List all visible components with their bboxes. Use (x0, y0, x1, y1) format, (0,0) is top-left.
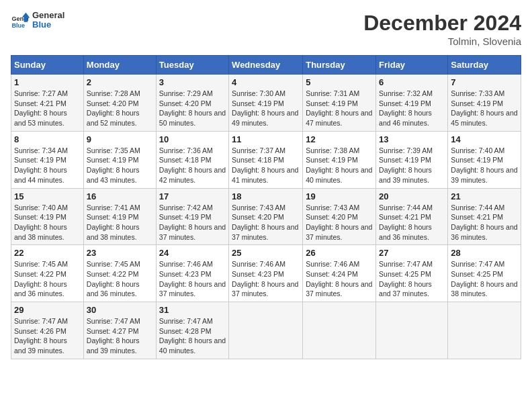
day-detail: Sunrise: 7:27 AM Sunset: 4:21 PM Dayligh… (14, 89, 81, 128)
calendar-cell: 25Sunrise: 7:46 AM Sunset: 4:23 PM Dayli… (229, 245, 303, 302)
day-detail: Sunrise: 7:29 AM Sunset: 4:20 PM Dayligh… (159, 89, 226, 128)
day-detail: Sunrise: 7:47 AM Sunset: 4:25 PM Dayligh… (451, 259, 518, 299)
calendar-cell: 2Sunrise: 7:28 AM Sunset: 4:20 PM Daylig… (83, 75, 156, 132)
calendar-cell: 16Sunrise: 7:41 AM Sunset: 4:19 PM Dayli… (83, 188, 156, 245)
day-number: 10 (159, 134, 226, 144)
day-detail: Sunrise: 7:33 AM Sunset: 4:19 PM Dayligh… (451, 89, 518, 128)
day-number: 24 (159, 248, 226, 258)
svg-text:Blue: Blue (11, 22, 25, 29)
day-detail: Sunrise: 7:28 AM Sunset: 4:20 PM Dayligh… (87, 89, 153, 128)
day-number: 28 (451, 248, 518, 258)
calendar-cell: 5Sunrise: 7:31 AM Sunset: 4:19 PM Daylig… (303, 75, 376, 132)
calendar-cell (376, 302, 448, 359)
day-number: 22 (14, 248, 81, 258)
calendar-week-1: 1Sunrise: 7:27 AM Sunset: 4:21 PM Daylig… (11, 75, 521, 132)
calendar-cell: 7Sunrise: 7:33 AM Sunset: 4:19 PM Daylig… (448, 75, 521, 132)
day-detail: Sunrise: 7:45 AM Sunset: 4:22 PM Dayligh… (87, 259, 153, 299)
day-number: 14 (451, 134, 518, 144)
day-number: 31 (159, 305, 226, 315)
calendar-cell: 9Sunrise: 7:35 AM Sunset: 4:19 PM Daylig… (83, 131, 156, 188)
day-number: 7 (451, 77, 518, 87)
day-number: 5 (306, 77, 373, 87)
logo-text-blue: Blue (32, 20, 64, 30)
weekday-header-saturday: Saturday (448, 56, 521, 75)
month-title: December 2024 (363, 11, 521, 36)
calendar-week-2: 8Sunrise: 7:34 AM Sunset: 4:19 PM Daylig… (11, 131, 521, 188)
calendar-cell (229, 302, 303, 359)
day-number: 17 (159, 191, 226, 201)
day-number: 11 (232, 134, 300, 144)
day-number: 8 (14, 134, 81, 144)
day-detail: Sunrise: 7:32 AM Sunset: 4:19 PM Dayligh… (379, 89, 445, 128)
day-number: 6 (379, 77, 445, 87)
day-number: 21 (451, 191, 518, 201)
day-number: 13 (379, 134, 445, 144)
calendar-cell: 29Sunrise: 7:47 AM Sunset: 4:26 PM Dayli… (11, 302, 84, 359)
calendar-cell: 1Sunrise: 7:27 AM Sunset: 4:21 PM Daylig… (11, 75, 84, 132)
calendar-cell: 14Sunrise: 7:40 AM Sunset: 4:19 PM Dayli… (448, 131, 521, 188)
calendar-cell: 18Sunrise: 7:43 AM Sunset: 4:20 PM Dayli… (229, 188, 303, 245)
day-detail: Sunrise: 7:43 AM Sunset: 4:20 PM Dayligh… (306, 203, 373, 242)
day-detail: Sunrise: 7:47 AM Sunset: 4:26 PM Dayligh… (14, 316, 81, 356)
day-detail: Sunrise: 7:30 AM Sunset: 4:19 PM Dayligh… (232, 89, 300, 128)
calendar-cell: 13Sunrise: 7:39 AM Sunset: 4:19 PM Dayli… (376, 131, 448, 188)
calendar-cell: 10Sunrise: 7:36 AM Sunset: 4:18 PM Dayli… (156, 131, 228, 188)
weekday-header-row: SundayMondayTuesdayWednesdayThursdayFrid… (11, 56, 521, 75)
calendar-week-4: 22Sunrise: 7:45 AM Sunset: 4:22 PM Dayli… (11, 245, 521, 302)
calendar-table: SundayMondayTuesdayWednesdayThursdayFrid… (11, 55, 521, 359)
day-detail: Sunrise: 7:37 AM Sunset: 4:18 PM Dayligh… (232, 146, 300, 185)
weekday-header-thursday: Thursday (303, 56, 376, 75)
logo-icon: General Blue (11, 11, 30, 30)
day-number: 29 (14, 305, 81, 315)
day-detail: Sunrise: 7:47 AM Sunset: 4:27 PM Dayligh… (87, 316, 153, 356)
calendar-cell: 6Sunrise: 7:32 AM Sunset: 4:19 PM Daylig… (376, 75, 448, 132)
calendar-cell: 12Sunrise: 7:38 AM Sunset: 4:19 PM Dayli… (303, 131, 376, 188)
calendar-week-5: 29Sunrise: 7:47 AM Sunset: 4:26 PM Dayli… (11, 302, 521, 359)
logo: General Blue General Blue (11, 11, 64, 30)
weekday-header-monday: Monday (83, 56, 156, 75)
day-number: 2 (87, 77, 153, 87)
day-detail: Sunrise: 7:46 AM Sunset: 4:24 PM Dayligh… (306, 259, 373, 299)
day-detail: Sunrise: 7:39 AM Sunset: 4:19 PM Dayligh… (379, 146, 445, 185)
day-detail: Sunrise: 7:44 AM Sunset: 4:21 PM Dayligh… (451, 203, 518, 242)
weekday-header-sunday: Sunday (11, 56, 84, 75)
calendar-cell (448, 302, 521, 359)
day-detail: Sunrise: 7:38 AM Sunset: 4:19 PM Dayligh… (306, 146, 373, 185)
calendar-cell: 15Sunrise: 7:40 AM Sunset: 4:19 PM Dayli… (11, 188, 84, 245)
day-number: 15 (14, 191, 81, 201)
calendar-cell: 26Sunrise: 7:46 AM Sunset: 4:24 PM Dayli… (303, 245, 376, 302)
calendar-cell: 31Sunrise: 7:47 AM Sunset: 4:28 PM Dayli… (156, 302, 228, 359)
calendar-cell: 27Sunrise: 7:47 AM Sunset: 4:25 PM Dayli… (376, 245, 448, 302)
calendar-cell (303, 302, 376, 359)
day-number: 18 (232, 191, 300, 201)
logo-text-general: General (32, 11, 64, 20)
day-detail: Sunrise: 7:45 AM Sunset: 4:22 PM Dayligh… (14, 259, 81, 299)
calendar-body: 1Sunrise: 7:27 AM Sunset: 4:21 PM Daylig… (11, 75, 521, 359)
day-number: 25 (232, 248, 300, 258)
day-detail: Sunrise: 7:36 AM Sunset: 4:18 PM Dayligh… (159, 146, 226, 185)
day-number: 19 (306, 191, 373, 201)
day-detail: Sunrise: 7:47 AM Sunset: 4:28 PM Dayligh… (159, 316, 226, 356)
calendar-cell: 24Sunrise: 7:46 AM Sunset: 4:23 PM Dayli… (156, 245, 228, 302)
weekday-header-wednesday: Wednesday (229, 56, 303, 75)
calendar-week-3: 15Sunrise: 7:40 AM Sunset: 4:19 PM Dayli… (11, 188, 521, 245)
day-detail: Sunrise: 7:34 AM Sunset: 4:19 PM Dayligh… (14, 146, 81, 185)
day-number: 12 (306, 134, 373, 144)
location: Tolmin, Slovenia (363, 36, 521, 47)
day-detail: Sunrise: 7:46 AM Sunset: 4:23 PM Dayligh… (232, 259, 300, 299)
calendar-cell: 3Sunrise: 7:29 AM Sunset: 4:20 PM Daylig… (156, 75, 228, 132)
calendar-cell: 19Sunrise: 7:43 AM Sunset: 4:20 PM Dayli… (303, 188, 376, 245)
day-detail: Sunrise: 7:40 AM Sunset: 4:19 PM Dayligh… (14, 203, 81, 242)
day-number: 30 (87, 305, 153, 315)
day-number: 9 (87, 134, 153, 144)
calendar-cell: 30Sunrise: 7:47 AM Sunset: 4:27 PM Dayli… (83, 302, 156, 359)
day-detail: Sunrise: 7:40 AM Sunset: 4:19 PM Dayligh… (451, 146, 518, 185)
calendar-cell: 4Sunrise: 7:30 AM Sunset: 4:19 PM Daylig… (229, 75, 303, 132)
day-number: 3 (159, 77, 226, 87)
weekday-header-friday: Friday (376, 56, 448, 75)
day-number: 20 (379, 191, 445, 201)
title-block: December 2024 Tolmin, Slovenia (363, 11, 521, 47)
day-number: 1 (14, 77, 81, 87)
calendar-cell: 23Sunrise: 7:45 AM Sunset: 4:22 PM Dayli… (83, 245, 156, 302)
calendar-cell: 28Sunrise: 7:47 AM Sunset: 4:25 PM Dayli… (448, 245, 521, 302)
